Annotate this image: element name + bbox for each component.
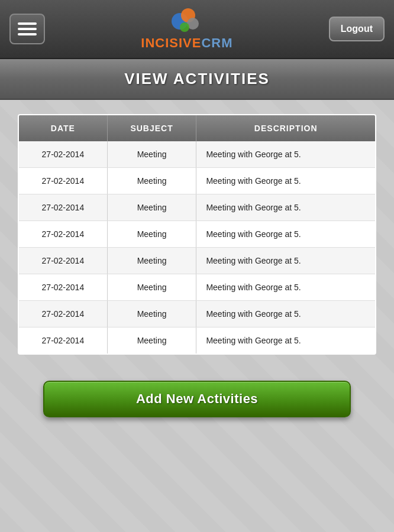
logo-incisive: INCISIVE xyxy=(141,35,201,50)
menu-button[interactable] xyxy=(9,14,45,44)
add-activities-button[interactable]: Add New Activities xyxy=(43,381,351,417)
cell-date: 27-02-2014 xyxy=(18,248,107,274)
logo-icon xyxy=(169,7,205,35)
add-button-container: Add New Activities xyxy=(0,369,394,435)
table-row[interactable]: 27-02-2014MeetingMeeting with George at … xyxy=(18,141,376,168)
col-date: DATE xyxy=(18,115,107,141)
cell-subject: Meeting xyxy=(107,221,196,248)
table-header: DATE SUBJECT DESCRIPTION xyxy=(18,115,376,141)
logout-button[interactable]: Logout xyxy=(329,17,385,41)
svg-point-3 xyxy=(180,22,189,32)
col-subject: SUBJECT xyxy=(107,115,196,141)
col-description: DESCRIPTION xyxy=(196,115,376,141)
cell-description: Meeting with George at 5. xyxy=(196,301,376,327)
cell-description: Meeting with George at 5. xyxy=(196,221,376,248)
cell-date: 27-02-2014 xyxy=(18,168,107,194)
cell-description: Meeting with George at 5. xyxy=(196,141,376,168)
table-row[interactable]: 27-02-2014MeetingMeeting with George at … xyxy=(18,327,376,355)
cell-subject: Meeting xyxy=(107,141,196,168)
table-body: 27-02-2014MeetingMeeting with George at … xyxy=(18,141,376,354)
cell-date: 27-02-2014 xyxy=(18,301,107,327)
cell-description: Meeting with George at 5. xyxy=(196,248,376,274)
menu-bar-1 xyxy=(18,22,37,25)
cell-date: 27-02-2014 xyxy=(18,194,107,221)
page-title-bar: VIEW ACTIVITIES xyxy=(0,59,394,100)
menu-bar-2 xyxy=(18,28,37,30)
cell-description: Meeting with George at 5. xyxy=(196,168,376,194)
cell-subject: Meeting xyxy=(107,248,196,274)
cell-subject: Meeting xyxy=(107,168,196,194)
table-row[interactable]: 27-02-2014MeetingMeeting with George at … xyxy=(18,274,376,301)
cell-subject: Meeting xyxy=(107,274,196,301)
logo-crm: CRM xyxy=(201,35,232,50)
main-content: DATE SUBJECT DESCRIPTION 27-02-2014Meeti… xyxy=(0,100,394,369)
table-header-row: DATE SUBJECT DESCRIPTION xyxy=(18,115,376,141)
cell-subject: Meeting xyxy=(107,194,196,221)
cell-date: 27-02-2014 xyxy=(18,141,107,168)
cell-subject: Meeting xyxy=(107,301,196,327)
cell-subject: Meeting xyxy=(107,327,196,355)
table-row[interactable]: 27-02-2014MeetingMeeting with George at … xyxy=(18,168,376,194)
logo-text: INCISIVECRM xyxy=(141,35,232,51)
activities-table: DATE SUBJECT DESCRIPTION 27-02-2014Meeti… xyxy=(18,114,376,355)
header: INCISIVECRM Logout xyxy=(0,0,394,59)
page-title: VIEW ACTIVITIES xyxy=(11,70,383,88)
table-row[interactable]: 27-02-2014MeetingMeeting with George at … xyxy=(18,221,376,248)
table-row[interactable]: 27-02-2014MeetingMeeting with George at … xyxy=(18,248,376,274)
table-row[interactable]: 27-02-2014MeetingMeeting with George at … xyxy=(18,194,376,221)
cell-date: 27-02-2014 xyxy=(18,274,107,301)
table-row[interactable]: 27-02-2014MeetingMeeting with George at … xyxy=(18,301,376,327)
cell-description: Meeting with George at 5. xyxy=(196,327,376,355)
menu-bar-3 xyxy=(18,33,37,35)
cell-description: Meeting with George at 5. xyxy=(196,274,376,301)
cell-date: 27-02-2014 xyxy=(18,327,107,355)
logo: INCISIVECRM xyxy=(141,7,232,51)
cell-date: 27-02-2014 xyxy=(18,221,107,248)
cell-description: Meeting with George at 5. xyxy=(196,194,376,221)
